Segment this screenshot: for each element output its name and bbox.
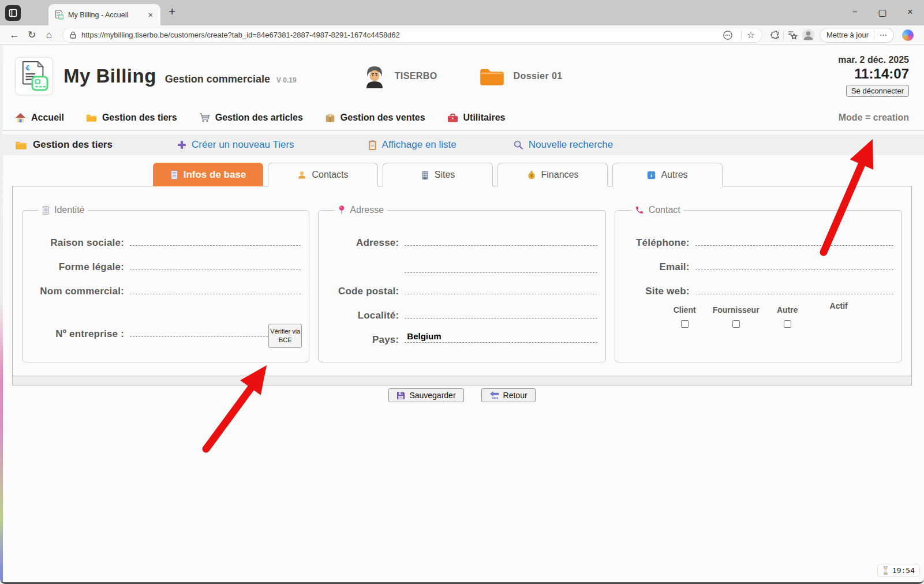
session-timer: 19:54 xyxy=(877,564,920,577)
pays-select[interactable]: Belgium xyxy=(405,342,597,343)
site-permissions-icon[interactable] xyxy=(720,30,736,40)
telephone-input[interactable] xyxy=(695,245,893,246)
folder-icon xyxy=(86,113,97,122)
tab-label: Autres xyxy=(661,170,687,180)
identity-section: Identité Raison sociale: Forme légale: N… xyxy=(22,205,309,362)
identity-legend: Identité xyxy=(39,205,88,215)
list-view-link[interactable]: Affichage en liste xyxy=(368,139,457,151)
field-label-adresse: Adresse: xyxy=(327,237,405,249)
save-button[interactable]: Sauvegarder xyxy=(388,388,463,402)
browser-update-button[interactable]: Mettre à jour ⋯ xyxy=(820,28,894,43)
extensions-icon[interactable] xyxy=(767,30,783,40)
browser-tab-strip: My Billing - Accueil × + − ▢ × xyxy=(0,0,924,25)
browser-toolbar: ← ↻ ⌂ https://mybilling.tiserbo.be/custo… xyxy=(0,25,924,45)
tab-workspaces-button[interactable] xyxy=(5,5,21,21)
tab-infos-de-base[interactable]: Infos de base xyxy=(153,163,263,186)
flag-label-fournisseur: Fournisseur xyxy=(710,305,762,315)
tab-finances[interactable]: $ Finances xyxy=(497,163,608,186)
copilot-icon[interactable] xyxy=(902,29,914,41)
current-time: 11:14:07 xyxy=(838,66,909,82)
clipboard-icon xyxy=(368,140,377,151)
nav-item-gestion-des-articles[interactable]: Gestion des articles xyxy=(199,113,303,123)
nav-item-utilitaires[interactable]: Utilitaires xyxy=(447,113,506,123)
browser-tab[interactable]: My Billing - Accueil × xyxy=(48,4,160,25)
code-postal-input[interactable] xyxy=(405,294,597,294)
flag-checkboxes-row xyxy=(623,320,893,330)
update-label: Mettre à jour xyxy=(826,31,869,39)
more-options-icon[interactable]: ⋯ xyxy=(880,31,887,39)
subnav-title: Gestion des tiers xyxy=(15,139,113,151)
toolbox-icon xyxy=(447,113,458,123)
nav-item-accueil[interactable]: Accueil xyxy=(15,113,64,123)
field-label-pays: Pays: xyxy=(327,334,405,346)
forme-legale-input[interactable] xyxy=(130,269,301,270)
app-title: My Billing xyxy=(63,65,156,87)
tab-title: My Billing - Accueil xyxy=(68,11,142,19)
adresse-input-2[interactable] xyxy=(405,272,597,273)
favorite-star-icon[interactable]: ☆ xyxy=(747,29,755,40)
detail-tabs: Infos de base Contacts Sites $ Finances … xyxy=(0,163,924,186)
session-info: mar. 2 déc. 2025 11:14:07 Se déconnecter xyxy=(838,55,909,97)
new-tab-button[interactable]: + xyxy=(169,5,175,18)
favicon-icon xyxy=(54,10,63,20)
logout-button[interactable]: Se déconnecter xyxy=(846,85,909,97)
flag-label-actif: Actif xyxy=(813,301,865,310)
billing-logo-icon: € xyxy=(20,61,48,92)
tab-close-icon[interactable]: × xyxy=(147,10,155,20)
nav-item-gestion-des-ventes[interactable]: Gestion des ventes xyxy=(325,113,425,123)
url-text[interactable]: https://mybilling.tiserbo.be/customers/c… xyxy=(81,31,714,39)
numero-entreprise-input[interactable] xyxy=(130,336,271,337)
lock-icon xyxy=(70,31,76,39)
link-label: Affichage en liste xyxy=(382,139,457,151)
field-label-raison-sociale: Raison sociale: xyxy=(31,237,130,249)
nav-label: Gestion des ventes xyxy=(341,113,425,123)
tab-contacts[interactable]: Contacts xyxy=(268,163,378,186)
minimize-button[interactable]: − xyxy=(841,0,869,24)
home-icon[interactable]: ⌂ xyxy=(40,29,58,41)
tab-autres[interactable]: i Autres xyxy=(612,163,723,186)
field-label-localite: Localité: xyxy=(327,310,405,321)
app-subtitle: Gestion commerciale xyxy=(165,73,270,85)
tab-label: Contacts xyxy=(312,170,348,180)
nom-commercial-input[interactable] xyxy=(130,294,301,294)
tab-sites[interactable]: Sites xyxy=(383,163,493,186)
dossier-folder-icon xyxy=(479,65,505,87)
field-label-code-postal: Code postal: xyxy=(327,286,405,297)
house-icon xyxy=(15,113,26,123)
nav-item-gestion-des-tiers[interactable]: Gestion des tiers xyxy=(86,113,177,123)
verify-bce-button[interactable]: Vérifier via BCE xyxy=(268,324,302,348)
site-web-input[interactable] xyxy=(695,294,893,294)
maximize-button[interactable]: ▢ xyxy=(869,0,896,24)
client-checkbox[interactable] xyxy=(681,320,689,328)
raison-sociale-input[interactable] xyxy=(130,245,301,246)
back-icon[interactable]: ← xyxy=(6,29,23,41)
notepad-icon xyxy=(170,170,178,180)
autre-checkbox[interactable] xyxy=(784,320,791,328)
address-bar[interactable]: https://mybilling.tiserbo.be/customers/c… xyxy=(62,28,762,43)
address-legend: Adresse xyxy=(335,205,387,215)
profile-avatar[interactable] xyxy=(800,28,816,42)
back-button[interactable]: BACK Retour xyxy=(481,388,536,402)
app-version: V 0.19 xyxy=(276,76,297,84)
person-icon xyxy=(297,170,306,179)
fournisseur-checkbox[interactable] xyxy=(732,320,740,328)
email-input[interactable] xyxy=(695,269,893,270)
pays-value: Belgium xyxy=(407,331,441,341)
timer-value: 19:54 xyxy=(892,566,915,575)
user-avatar xyxy=(363,64,386,88)
address-section: Adresse Adresse: Code postal: Localité: … xyxy=(318,205,605,362)
collections-icon[interactable] xyxy=(784,29,800,40)
nav-label: Utilitaires xyxy=(463,113,506,123)
create-tiers-link[interactable]: Créer un nouveau Tiers xyxy=(177,139,294,151)
new-search-link[interactable]: Nouvelle recherche xyxy=(513,139,613,151)
refresh-icon[interactable]: ↻ xyxy=(23,29,40,41)
tab-label: Sites xyxy=(435,170,455,180)
localite-input[interactable] xyxy=(405,318,597,319)
adresse-input-1[interactable] xyxy=(405,245,597,246)
current-dossier: Dossier 01 xyxy=(479,65,563,87)
window-controls: − ▢ × xyxy=(841,0,924,24)
svg-text:€: € xyxy=(26,63,31,72)
close-button[interactable]: × xyxy=(896,0,924,24)
title-wrap: My Billing Gestion commerciale V 0.19 xyxy=(63,65,297,87)
notepad-icon xyxy=(42,205,50,215)
